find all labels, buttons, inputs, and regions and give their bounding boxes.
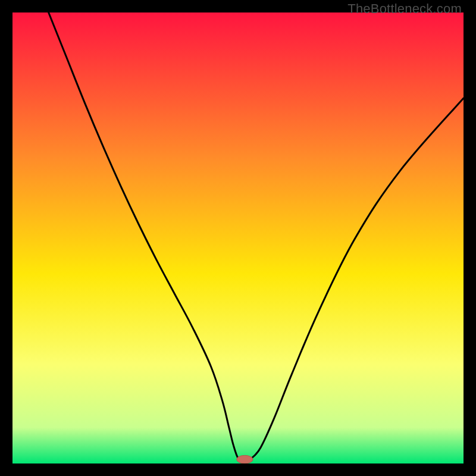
chart-svg	[12, 12, 464, 464]
plot-area	[12, 12, 464, 464]
watermark-text: TheBottleneck.com	[347, 1, 462, 17]
gradient-background	[12, 12, 464, 464]
chart-frame: TheBottleneck.com	[0, 0, 476, 476]
optimum-marker	[237, 455, 253, 464]
